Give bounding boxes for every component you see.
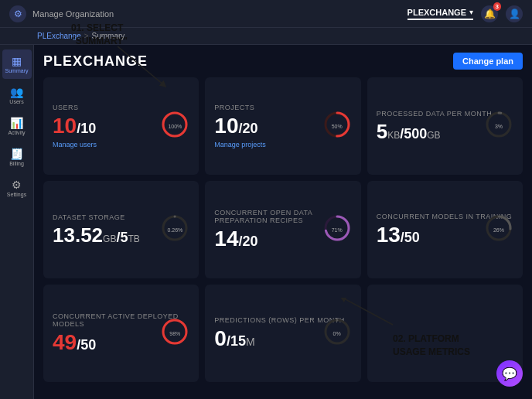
- notification-badge-container: 3 🔔: [481, 5, 498, 22]
- metrics-grid: Users 10/10 Manage users 100% Projects 1…: [43, 77, 523, 382]
- metric-card-deployed-models: Concurrent active deployed models 49/50 …: [43, 285, 199, 382]
- sidebar-item-users[interactable]: 👥 Users: [2, 80, 32, 110]
- topbar: ⚙ Manage Organization PLEXCHANGE ▾ 3 🔔 👤: [0, 0, 532, 28]
- dataset-percent-label: 0.26%: [167, 227, 182, 233]
- metric-card-processed-data: Processed data per month 5KB/500GB 3%: [367, 77, 523, 175]
- users-label: Users: [9, 99, 23, 104]
- chat-bubble[interactable]: 💬: [496, 360, 523, 387]
- metric-card-projects: Projects 10/20 Manage projects 50%: [205, 77, 360, 175]
- settings-label: Settings: [7, 192, 26, 197]
- sidebar-item-billing[interactable]: 🧾 Billing: [2, 142, 32, 172]
- models-training-percent-label: 26%: [493, 227, 504, 233]
- models-training-circle-progress: 26%: [484, 213, 513, 246]
- page-header: PLEXCHANGE Change plan: [43, 53, 523, 70]
- activity-label: Activity: [8, 130, 25, 135]
- summary-label: Summary: [5, 68, 29, 73]
- projects-circle-progress: 50%: [322, 110, 352, 142]
- recipes-percent-label: 71%: [332, 227, 343, 233]
- topbar-right: PLEXCHANGE ▾ 3 🔔 👤: [408, 5, 523, 22]
- dataset-storage-circle-progress: 0.26%: [160, 213, 189, 246]
- predictions-circle-progress: 0%: [322, 317, 352, 350]
- app-container: 01. SELECT "SUMMARY" ⚙ Manage Organizati…: [0, 0, 532, 399]
- users-icon: 👥: [10, 86, 23, 98]
- users-circle-progress: 100%: [160, 110, 189, 142]
- processed-percent-label: 3%: [495, 124, 503, 129]
- breadcrumb-parent[interactable]: PLExchange: [37, 32, 81, 40]
- metric-card-dataset-storage: Dataset storage 13.52GB/5TB 0.26%: [43, 181, 199, 278]
- metric-card-predictions: Predictions (rows) per month 0/15M 0%: [205, 285, 360, 382]
- badge-red: 3: [493, 2, 501, 11]
- breadcrumb-separator: >: [84, 32, 89, 40]
- activity-icon: 📊: [10, 117, 23, 129]
- page-title: PLEXCHANGE: [43, 53, 148, 70]
- metric-card-models-training: Concurrent models in training 13/50 26%: [367, 181, 523, 278]
- recipes-circle-progress: 71%: [322, 213, 352, 246]
- content-area: PLEXCHANGE Change plan Users 10/10 Manag…: [34, 45, 532, 399]
- plexchange-selector[interactable]: PLEXCHANGE ▾: [408, 8, 473, 20]
- predictions-percent-label: 0%: [333, 331, 341, 336]
- users-percent-label: 100%: [168, 124, 182, 129]
- main-layout: ▦ Summary 👥 Users 📊 Activity 🧾 Billing ⚙…: [0, 45, 532, 399]
- breadcrumb-current: Summary: [92, 32, 125, 40]
- sidebar: ▦ Summary 👥 Users 📊 Activity 🧾 Billing ⚙…: [0, 45, 34, 399]
- metric-card-recipes: Concurrent open data preparation recipes…: [205, 181, 360, 278]
- billing-icon: 🧾: [10, 148, 23, 160]
- user-icon[interactable]: 👤: [506, 5, 523, 22]
- sidebar-item-settings[interactable]: ⚙ Settings: [2, 173, 32, 203]
- deployed-percent-label: 98%: [169, 331, 180, 336]
- summary-icon: ▦: [12, 55, 22, 67]
- metric-card-users: Users 10/10 Manage users 100%: [43, 77, 199, 175]
- deployed-models-circle-progress: 98%: [160, 317, 189, 350]
- sidebar-item-summary[interactable]: ▦ Summary: [2, 49, 32, 79]
- org-label[interactable]: Manage Organization: [32, 9, 114, 19]
- plexchange-dropdown-icon: ▾: [469, 8, 473, 16]
- topbar-logo: ⚙: [9, 5, 26, 22]
- breadcrumb: PLExchange > Summary: [0, 28, 532, 45]
- processed-data-circle-progress: 3%: [484, 110, 513, 142]
- projects-percent-label: 50%: [332, 124, 343, 129]
- change-plan-button[interactable]: Change plan: [453, 53, 523, 70]
- plexchange-label: PLEXCHANGE: [408, 8, 466, 17]
- billing-label: Billing: [9, 161, 24, 166]
- settings-icon: ⚙: [12, 179, 22, 191]
- sidebar-item-activity[interactable]: 📊 Activity: [2, 111, 32, 141]
